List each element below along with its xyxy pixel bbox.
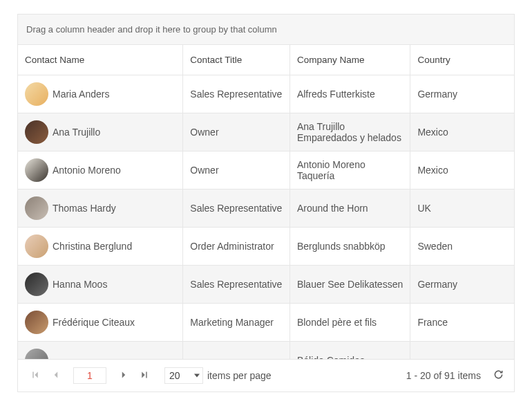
items-per-page-label: items per page [207, 370, 272, 381]
table-row[interactable]: Frédérique CiteauxMarketing ManagerBlond… [18, 304, 514, 342]
cell-country: Sweden [410, 228, 514, 265]
contact-name-text: Christina Berglund [53, 241, 132, 252]
contact-name-text: Antonio Moreno [53, 165, 121, 176]
column-header-contact-title[interactable]: Contact Title [183, 45, 290, 75]
pager-info: 1 - 20 of 91 items [406, 370, 481, 381]
cell-contact-name [18, 342, 183, 359]
cell-company-name: Blondel père et fils [290, 304, 411, 341]
pager-next-button[interactable] [115, 367, 133, 385]
avatar [25, 234, 48, 258]
cell-company-name: Blauer See Delikatessen [290, 266, 411, 303]
cell-contact-title: Owner [183, 113, 290, 151]
header-row: Contact Name Contact Title Company Name … [18, 45, 514, 75]
cell-company-name: Bólido Comidas [290, 342, 411, 359]
group-panel[interactable]: Drag a column header and drop it here to… [18, 15, 514, 45]
cell-company-name: Alfreds Futterkiste [290, 75, 411, 113]
cell-contact-title [183, 342, 290, 359]
caret-right-icon [120, 370, 128, 381]
table-row[interactable]: Bólido Comidas [18, 342, 514, 359]
cell-company-name: Around the Horn [290, 190, 411, 227]
cell-company-name: Antonio Moreno Taquería [290, 151, 411, 189]
column-header-company-name[interactable]: Company Name [290, 45, 411, 75]
contact-name-text: Thomas Hardy [53, 203, 116, 214]
avatar [25, 120, 48, 144]
cell-country: Mexico [410, 151, 514, 189]
grid-body[interactable]: Maria AndersSales RepresentativeAlfreds … [18, 75, 514, 359]
table-row[interactable]: Maria AndersSales RepresentativeAlfreds … [18, 75, 514, 113]
table-row[interactable]: Antonio MorenoOwnerAntonio Moreno Taquer… [18, 151, 514, 190]
table-row[interactable]: Ana TrujilloOwnerAna Trujillo Emparedado… [18, 113, 514, 151]
page-size-wrap: 20 items per page [164, 367, 272, 384]
pager-first-button[interactable] [26, 367, 44, 385]
refresh-icon [493, 369, 504, 382]
pager-refresh-button[interactable] [489, 367, 507, 385]
cell-contact-name: Ana Trujillo [18, 113, 183, 151]
cell-country: France [410, 304, 514, 341]
table-row[interactable]: Hanna MoosSales RepresentativeBlauer See… [18, 266, 514, 304]
avatar [25, 82, 48, 106]
cell-country: UK [410, 190, 514, 227]
pager-page-input[interactable] [73, 367, 106, 384]
cell-contact-title: Sales Representative [183, 190, 290, 227]
pager: 20 items per page 1 - 20 of 91 items [18, 359, 514, 391]
table-row[interactable]: Christina BerglundOrder AdministratorBer… [18, 228, 514, 266]
data-grid: Drag a column header and drop it here to… [17, 14, 515, 392]
contact-name-text: Ana Trujillo [53, 127, 100, 138]
cell-contact-name: Hanna Moos [18, 266, 183, 303]
caret-left-icon [52, 370, 60, 381]
avatar [25, 311, 48, 334]
cell-company-name: Ana Trujillo Emparedados y helados [290, 113, 411, 151]
cell-contact-title: Owner [183, 151, 290, 189]
contact-name-text: Frédérique Citeaux [53, 317, 135, 328]
avatar [25, 196, 48, 220]
avatar [25, 158, 48, 182]
cell-contact-name: Antonio Moreno [18, 151, 183, 189]
cell-country: Germany [410, 75, 514, 113]
cell-contact-name: Christina Berglund [18, 228, 183, 265]
page-size-select[interactable]: 20 [164, 367, 203, 384]
avatar [25, 273, 48, 296]
pager-prev-button[interactable] [47, 367, 65, 385]
contact-name-text: Maria Anders [53, 89, 109, 100]
seek-last-icon [140, 370, 149, 381]
seek-first-icon [31, 370, 39, 381]
cell-contact-title: Marketing Manager [183, 304, 290, 341]
cell-contact-name: Thomas Hardy [18, 190, 183, 227]
cell-country [410, 342, 514, 359]
column-header-contact-name[interactable]: Contact Name [18, 45, 183, 75]
cell-contact-title: Sales Representative [183, 75, 290, 113]
cell-company-name: Berglunds snabbköp [290, 228, 411, 265]
pager-last-button[interactable] [135, 367, 153, 385]
cell-country: Germany [410, 266, 514, 303]
cell-contact-title: Order Administrator [183, 228, 290, 265]
table-row[interactable]: Thomas HardySales RepresentativeAround t… [18, 190, 514, 228]
cell-country: Mexico [410, 113, 514, 151]
avatar [25, 349, 48, 359]
column-header-country[interactable]: Country [410, 45, 514, 75]
cell-contact-name: Frédérique Citeaux [18, 304, 183, 341]
page-size-value: 20 [169, 370, 180, 381]
cell-contact-name: Maria Anders [18, 75, 183, 113]
cell-contact-title: Sales Representative [183, 266, 290, 303]
chevron-down-icon [194, 374, 200, 378]
contact-name-text: Hanna Moos [53, 279, 107, 290]
